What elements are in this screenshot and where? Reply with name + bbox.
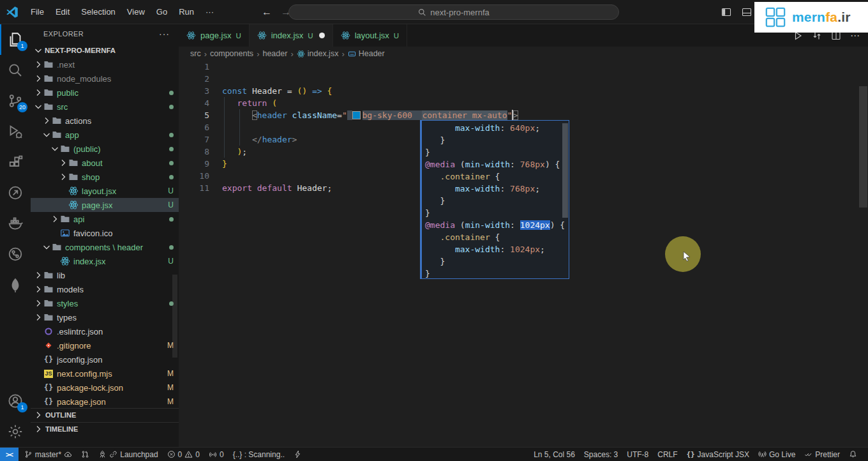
tree-item-public[interactable]: (public)	[31, 142, 179, 156]
code-token	[222, 135, 252, 144]
tree-item-src[interactable]: src	[31, 100, 179, 114]
tree-root[interactable]: NEXT-PRO-MERNFA	[31, 43, 179, 57]
sidebar-scrollbar[interactable]	[172, 275, 177, 358]
status-power[interactable]	[289, 448, 306, 461]
activity-accounts[interactable]: 1	[0, 386, 31, 416]
code-token: }	[222, 159, 227, 169]
tree-item-layout.jsx[interactable]: layout.jsxU	[31, 184, 179, 198]
code-token: 640px	[510, 123, 535, 133]
tree-item-public[interactable]: public	[31, 86, 179, 100]
tailwind-color-decorator[interactable]	[353, 112, 360, 119]
status-text: Ln 5, Col 56	[534, 450, 575, 459]
status-language-mode[interactable]: {}JavaScript JSX	[682, 448, 754, 461]
tab-layout.jsx[interactable]: layout.jsxU	[333, 24, 408, 47]
tree-item-app[interactable]: app	[31, 128, 179, 142]
timeline-section[interactable]: TIMELINE	[31, 422, 179, 435]
tree-item-next.config.mjs[interactable]: JSnext.config.mjsM	[31, 367, 179, 381]
activity-search[interactable]	[0, 55, 31, 86]
menu-item-[interactable]: ···	[200, 0, 220, 24]
status-indentation[interactable]: Spaces: 3	[580, 448, 622, 461]
status-feedback-count[interactable]: 0	[204, 448, 228, 461]
status-launchpad[interactable]: Launchpad	[94, 448, 162, 461]
activity-run-and-debug[interactable]	[0, 116, 31, 147]
status-compare-changes[interactable]	[77, 448, 94, 461]
tree-item-lib[interactable]: lib	[31, 268, 179, 282]
tree-item-models[interactable]: models	[31, 282, 179, 296]
activity-source-control[interactable]: 20	[0, 86, 31, 116]
status-intellisense-status[interactable]: {..} : Scanning..	[228, 448, 289, 461]
activity-docker[interactable]	[0, 208, 31, 239]
breadcrumb-item-index.jsx[interactable]: index.jsx	[297, 49, 339, 58]
tree-item-index.jsx[interactable]: index.jsxU	[31, 254, 179, 268]
activity-settings[interactable]	[0, 416, 31, 447]
chevron-right-icon	[58, 158, 68, 168]
activity-explorer[interactable]: 1	[0, 24, 31, 55]
activity-api-client[interactable]	[0, 178, 31, 208]
menu-item-run[interactable]: Run	[173, 0, 200, 24]
tree-item-package.json[interactable]: {}package.jsonM	[31, 395, 179, 409]
folder-icon	[43, 87, 54, 98]
tailwind-hover-popup[interactable]: max-width: 640px; }}@media (min-width: 7…	[420, 120, 569, 279]
cloud-icon	[64, 450, 72, 458]
status-notifications[interactable]	[844, 448, 862, 461]
tree-item-.eslintrc.json[interactable]: .eslintrc.json	[31, 324, 179, 338]
pr-icon	[81, 450, 89, 458]
editor-scrollbar[interactable]	[859, 86, 867, 208]
mernfa-grid-icon	[765, 6, 786, 28]
tree-item-api[interactable]: api	[31, 212, 179, 226]
status-git-branch[interactable]: master*	[20, 448, 77, 461]
menu-item-file[interactable]: File	[25, 0, 50, 24]
tab-index.jsx[interactable]: index.jsxU	[250, 24, 333, 47]
breadcrumb-item-src[interactable]: src	[190, 49, 201, 58]
code-token: </	[252, 135, 262, 144]
nav-back-button[interactable]: ←	[262, 6, 272, 18]
tab-page.jsx[interactable]: page.jsxU	[179, 24, 250, 47]
status-text: Prettier	[815, 450, 840, 459]
breadcrumb-item-header[interactable]: header	[262, 49, 287, 58]
tree-item-styles[interactable]: styles	[31, 296, 179, 310]
popup-scrollbar[interactable]	[562, 123, 568, 218]
toggle-sidebar-icon[interactable]	[721, 7, 731, 17]
menu-item-selection[interactable]: Selection	[75, 0, 121, 24]
broadcast-icon	[758, 450, 767, 458]
status-go-live[interactable]: Go Live	[754, 448, 800, 461]
react-icon	[68, 200, 79, 210]
status-encoding[interactable]: UTF-8	[622, 448, 653, 461]
activity-mongodb[interactable]	[0, 269, 31, 300]
code-editor[interactable]: 123const Header = () => {4 return (5 <he…	[179, 61, 868, 447]
tree-item-componentsheader[interactable]: components \ header	[31, 240, 179, 254]
tree-item-.gitignore[interactable]: .gitignoreM	[31, 338, 179, 352]
tree-item-types[interactable]: types	[31, 310, 179, 324]
tree-item-.next[interactable]: .next	[31, 57, 179, 72]
tree-item-page.jsx[interactable]: page.jsxU	[31, 198, 179, 212]
status-remote-indicator[interactable]: ><	[0, 448, 19, 461]
breadcrumb-item-Header[interactable]: Header	[348, 49, 385, 58]
outline-section[interactable]: OUTLINE	[31, 408, 179, 421]
activity-gitlens[interactable]	[0, 239, 31, 269]
tree-item-about[interactable]: about	[31, 156, 179, 170]
activity-extensions[interactable]	[0, 147, 31, 178]
tree-item-label: node_modules	[57, 74, 174, 84]
breadcrumb-item-components[interactable]: components	[210, 49, 253, 58]
tree-item-favicon.ico[interactable]: favicon.ico	[31, 226, 179, 240]
status-prettier[interactable]: Prettier	[800, 448, 844, 461]
tree-item-jsconfig.json[interactable]: {}jsconfig.json	[31, 352, 179, 367]
status-cursor-position[interactable]: Ln 5, Col 56	[529, 448, 580, 461]
menu-item-go[interactable]: Go	[151, 0, 173, 24]
status-bar: ><master*Launchpad000{..} : Scanning.. L…	[0, 447, 868, 461]
command-center[interactable]: next-pro-mernfa	[288, 4, 619, 20]
explorer-actions-button[interactable]: ···	[159, 29, 170, 39]
status-eol-sequence[interactable]: CRLF	[653, 448, 682, 461]
folder-icon	[52, 130, 62, 140]
status-problems[interactable]: 00	[163, 448, 204, 461]
tree-item-nodemodules[interactable]: node_modules	[31, 72, 179, 86]
tree-item-shop[interactable]: shop	[31, 170, 179, 184]
code-token: min-width	[465, 160, 510, 169]
menu-item-view[interactable]: View	[121, 0, 151, 24]
tree-item-actions[interactable]: actions	[31, 114, 179, 128]
menu-item-edit[interactable]: Edit	[50, 0, 75, 24]
toggle-panel-icon[interactable]	[742, 7, 752, 17]
tree-item-packagelock.json[interactable]: {}package-lock.jsonM	[31, 381, 179, 395]
folder-icon	[52, 242, 62, 252]
code-token: Header	[252, 86, 282, 96]
